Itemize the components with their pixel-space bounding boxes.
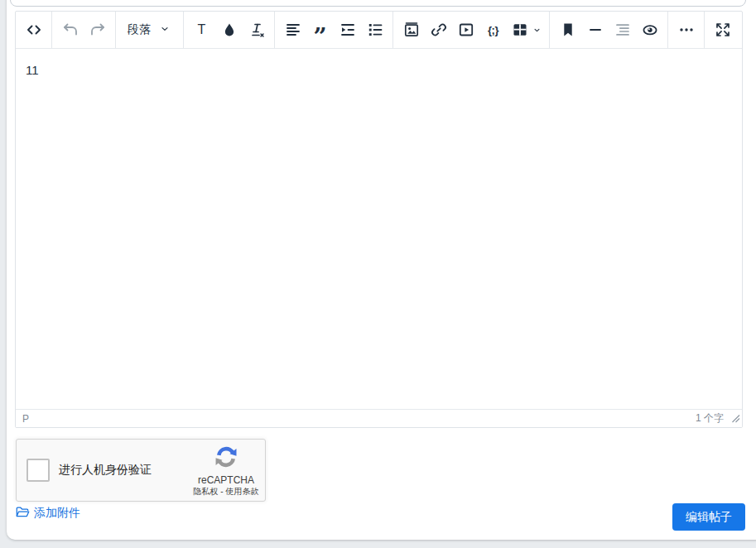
toolbar-group-undo-redo — [52, 12, 116, 48]
chevron-down-icon — [532, 25, 542, 36]
title-input-partial[interactable] — [10, 0, 746, 7]
preview-button[interactable] — [636, 16, 663, 44]
chevron-down-icon — [158, 22, 171, 38]
recaptcha-brand-text: reCAPTCHA — [198, 474, 254, 487]
recaptcha-widget: 进行人机身份验证 reCAPTCHA 隐私权 - 使用条款 — [16, 439, 266, 502]
toc-icon — [613, 20, 633, 40]
fullscreen-button[interactable] — [709, 16, 736, 44]
word-count[interactable]: 1 个字 — [696, 411, 724, 425]
image-icon — [402, 20, 421, 40]
indent-icon — [338, 20, 358, 40]
redo-icon — [88, 20, 108, 40]
indent-button[interactable] — [334, 16, 361, 44]
toolbar-group-document — [550, 12, 668, 48]
submit-post-label: 编辑帖子 — [686, 510, 732, 525]
fullscreen-icon — [713, 20, 733, 40]
code-sample-icon: {;} — [488, 24, 498, 36]
source-code-icon — [24, 20, 44, 40]
format-text-button[interactable]: T — [188, 16, 215, 44]
align-left-icon — [283, 20, 303, 40]
horizontal-rule-button[interactable] — [581, 16, 609, 44]
source-code-button[interactable] — [20, 16, 47, 44]
unordered-list-button[interactable] — [361, 16, 388, 44]
media-icon — [456, 20, 476, 40]
toolbar-group-fullscreen — [705, 12, 740, 48]
horizontal-rule-icon — [585, 20, 605, 40]
more-options-button[interactable] — [672, 16, 700, 44]
format-text-icon: T — [198, 22, 206, 37]
editor-statusbar: P 1 个字 — [16, 409, 742, 427]
rich-text-editor: 段落 T — [15, 11, 743, 428]
toolbar-group-text-format: T — [184, 12, 275, 48]
paragraph-format-dropdown[interactable]: 段落 — [120, 16, 179, 44]
editor-toolbar: 段落 T — [16, 12, 742, 49]
align-left-button[interactable] — [279, 16, 306, 44]
blockquote-button[interactable]: ” — [306, 16, 334, 44]
undo-icon — [60, 20, 80, 40]
table-of-contents-button[interactable] — [609, 16, 636, 44]
toolbar-group-paragraph: ” — [275, 12, 393, 48]
add-attachment-label: 添加附件 — [34, 506, 80, 521]
recaptcha-privacy-terms-links[interactable]: 隐私权 - 使用条款 — [194, 487, 259, 498]
anchor-button[interactable] — [554, 16, 581, 44]
editor-content[interactable]: 11 — [16, 49, 742, 410]
recaptcha-brand-block: reCAPTCHA 隐私权 - 使用条款 — [190, 445, 262, 498]
recaptcha-checkbox[interactable] — [26, 459, 50, 482]
droplet-icon — [219, 20, 239, 40]
insert-image-button[interactable] — [397, 16, 425, 44]
bookmark-icon — [558, 20, 578, 40]
recaptcha-logo-icon — [214, 445, 238, 473]
clear-formatting-button[interactable] — [243, 16, 270, 44]
insert-media-button[interactable] — [452, 16, 479, 44]
toolbar-group-more — [668, 12, 705, 48]
undo-button[interactable] — [56, 16, 84, 44]
resize-handle[interactable] — [731, 414, 740, 425]
element-path-button[interactable]: P — [22, 413, 29, 425]
folder-open-icon — [16, 506, 30, 521]
unordered-list-icon — [365, 20, 385, 40]
recaptcha-label: 进行人机身份验证 — [59, 440, 152, 501]
toolbar-group-block-format: 段落 — [116, 12, 184, 48]
paragraph-format-label: 段落 — [128, 22, 151, 37]
clear-formatting-icon — [247, 20, 267, 40]
add-attachment-link[interactable]: 添加附件 — [16, 506, 80, 521]
submit-post-button[interactable]: 编辑帖子 — [672, 503, 745, 531]
table-icon — [510, 20, 530, 40]
toolbar-group-history-code — [16, 12, 52, 48]
eye-icon — [640, 20, 660, 40]
redo-button[interactable] — [84, 16, 111, 44]
toolbar-group-insert: {;} — [393, 12, 550, 48]
link-icon — [429, 20, 449, 40]
code-sample-button[interactable]: {;} — [479, 16, 507, 44]
text-color-button[interactable] — [215, 16, 243, 44]
insert-link-button[interactable] — [425, 16, 452, 44]
insert-table-button[interactable] — [507, 16, 545, 44]
ellipsis-icon — [677, 20, 696, 40]
editor-text: 11 — [26, 63, 39, 77]
